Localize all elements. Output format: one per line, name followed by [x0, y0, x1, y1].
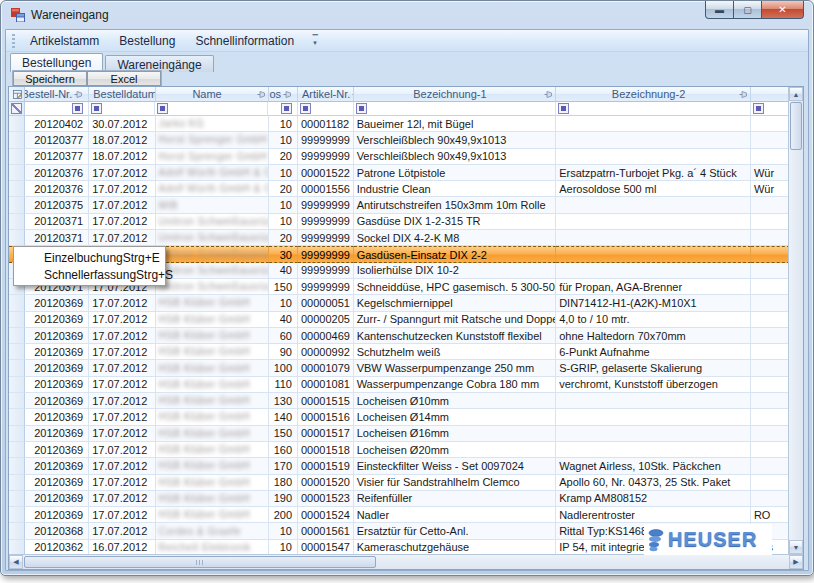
cell-bez1[interactable]: Kegelschmiernippel — [354, 295, 557, 311]
cell-extra[interactable] — [751, 491, 788, 507]
cell-bez1[interactable]: Reifenfüller — [354, 491, 557, 507]
cell-bez1[interactable]: Gasdüse DIX 1-2-315 TR — [354, 214, 557, 230]
column-header-name[interactable]: Name — [156, 87, 269, 102]
cell-bestell_nr[interactable]: 20120402 — [25, 116, 89, 132]
table-row[interactable]: 2012037117.07.2012Unitron Schweißausrüst… — [9, 214, 788, 230]
title-bar[interactable]: Wareneingang ▬ ▢ ✕ — [1, 1, 813, 29]
cell-extra[interactable] — [751, 377, 788, 393]
cell-name[interactable]: HSB Klüber GmbH — [156, 507, 269, 523]
cell-artikel_nr[interactable]: 00001517 — [298, 426, 354, 442]
cell-pos[interactable]: 10 — [269, 540, 298, 554]
cell-artikel_nr[interactable]: 99999999 — [298, 230, 354, 246]
cell-bez2[interactable] — [556, 116, 751, 132]
cell-bez1[interactable]: Baueimer 12l, mit Bügel — [354, 116, 557, 132]
filter-icon[interactable] — [300, 103, 311, 114]
excel-button[interactable]: Excel — [87, 71, 161, 86]
cell-pos[interactable]: 110 — [269, 377, 298, 393]
filter-icon[interactable] — [753, 103, 764, 114]
table-row[interactable]: 2012040230.07.2012Jarko KG1000001182Baue… — [9, 116, 788, 132]
cell-pos[interactable]: 10 — [269, 295, 298, 311]
filter-artikel-nr[interactable] — [298, 102, 354, 116]
filter-bezeichnung-2[interactable] — [556, 102, 751, 116]
cell-extra[interactable] — [751, 458, 788, 474]
cell-datum[interactable]: 17.07.2012 — [89, 475, 155, 491]
cell-pos[interactable]: 10 — [269, 165, 298, 181]
cell-artikel_nr[interactable]: 00001523 — [298, 491, 354, 507]
row-indicator[interactable] — [9, 377, 25, 393]
cell-bestell_nr[interactable]: 20120376 — [25, 165, 89, 181]
menu-bestellung[interactable]: Bestellung — [109, 31, 185, 51]
cell-pos[interactable]: 130 — [269, 393, 298, 409]
cell-bestell_nr[interactable]: 20120377 — [25, 149, 89, 165]
table-row[interactable]: 2012036917.07.2012HSB Klüber GmbH2000000… — [9, 507, 788, 523]
table-row[interactable]: 2012036917.07.2012HSB Klüber GmbH1100000… — [9, 377, 788, 393]
cell-bestell_nr[interactable]: 20120369 — [25, 507, 89, 523]
cell-bez2[interactable]: 6-Punkt Aufnahme — [556, 344, 751, 360]
grid-corner-header[interactable] — [9, 87, 25, 102]
cell-extra[interactable]: Wür — [751, 165, 788, 181]
row-indicator[interactable] — [9, 214, 25, 230]
cell-extra[interactable] — [751, 344, 788, 360]
cell-datum[interactable]: 17.07.2012 — [89, 214, 155, 230]
cell-datum[interactable]: 17.07.2012 — [89, 393, 155, 409]
cell-bestell_nr[interactable]: 20120371 — [25, 230, 89, 246]
cell-datum[interactable]: 17.07.2012 — [89, 442, 155, 458]
cell-extra[interactable] — [751, 393, 788, 409]
cell-bez2[interactable]: ohne Haltedorn 70x70mm — [556, 328, 751, 344]
cell-bestell_nr[interactable]: 20120371 — [25, 214, 89, 230]
cell-name[interactable]: HSB Klüber GmbH — [156, 328, 269, 344]
cell-name[interactable]: HSB Klüber GmbH — [156, 295, 269, 311]
cell-pos[interactable]: 160 — [269, 442, 298, 458]
cell-datum[interactable]: 30.07.2012 — [89, 116, 155, 132]
cell-extra[interactable] — [751, 149, 788, 165]
cell-datum[interactable]: 17.07.2012 — [89, 409, 155, 425]
cell-bez2[interactable]: S-GRIP, gelaserte Skalierung — [556, 360, 751, 376]
cell-datum[interactable]: 18.07.2012 — [89, 149, 155, 165]
scroll-left-icon[interactable]: ◀ — [9, 555, 23, 569]
row-indicator[interactable] — [9, 132, 25, 148]
row-indicator[interactable] — [9, 312, 25, 328]
cell-artikel_nr[interactable]: 00001519 — [298, 458, 354, 474]
table-row[interactable]: 2012036917.07.2012HSB Klüber GmbH6000000… — [9, 328, 788, 344]
cell-bez2[interactable]: Nadlerentroster — [556, 507, 751, 523]
cell-name[interactable]: Reichelt Elektronik — [156, 540, 269, 554]
cell-datum[interactable]: 17.07.2012 — [89, 197, 155, 213]
cell-bez1[interactable]: Locheisen Ø14mm — [354, 409, 557, 425]
row-indicator[interactable] — [9, 393, 25, 409]
cell-extra[interactable]: Wür — [751, 181, 788, 197]
cell-bez2[interactable] — [556, 246, 751, 262]
row-indicator[interactable] — [9, 523, 25, 539]
cell-extra[interactable] — [751, 360, 788, 376]
cell-name[interactable]: MIB — [156, 197, 269, 213]
row-indicator[interactable] — [9, 475, 25, 491]
cell-bez1[interactable]: Isolierhülse DIX 10-2 — [354, 263, 557, 279]
filter-icon[interactable] — [356, 103, 367, 114]
column-header-bestelldatum[interactable]: Bestelldatum — [89, 87, 155, 102]
menu-artikelstamm[interactable]: Artikelstamm — [20, 31, 109, 51]
cell-bestell_nr[interactable]: 20120369 — [25, 475, 89, 491]
cell-bez1[interactable]: Industrie Clean — [354, 181, 557, 197]
cell-datum[interactable]: 17.07.2012 — [89, 377, 155, 393]
cell-name[interactable]: Horst Sprenger GmbH — [156, 132, 269, 148]
cell-pos[interactable]: 40 — [269, 263, 298, 279]
cell-artikel_nr[interactable]: 00001524 — [298, 507, 354, 523]
cell-bez2[interactable] — [556, 263, 751, 279]
cell-artikel_nr[interactable]: 99999999 — [298, 246, 354, 262]
cell-name[interactable]: Cordes & Graefe — [156, 523, 269, 539]
cell-bez1[interactable]: Verschleißblech 90x49,9x1013 — [354, 149, 557, 165]
cell-bez2[interactable]: 4,0 to / 10 mtr. — [556, 312, 751, 328]
cell-name[interactable]: HSB Klüber GmbH — [156, 458, 269, 474]
cell-bez1[interactable]: Kantenschutzecken Kunststoff flexibel — [354, 328, 557, 344]
cell-bestell_nr[interactable]: 20120369 — [25, 328, 89, 344]
table-row[interactable]: 2012036917.07.2012HSB Klüber GmbH1000000… — [9, 295, 788, 311]
cell-name[interactable]: HSB Klüber GmbH — [156, 426, 269, 442]
cell-name[interactable]: HSB Klüber GmbH — [156, 491, 269, 507]
cell-artikel_nr[interactable]: 00001522 — [298, 165, 354, 181]
cell-bestell_nr[interactable]: 20120369 — [25, 344, 89, 360]
cell-bez1[interactable]: Nadler — [354, 507, 557, 523]
table-row[interactable]: 2012036917.07.2012HSB Klüber GmbH1700000… — [9, 458, 788, 474]
horizontal-scroll-thumb[interactable] — [24, 556, 376, 568]
table-row[interactable]: 2012036917.07.2012HSB Klüber GmbH4000000… — [9, 312, 788, 328]
close-button[interactable]: ✕ — [761, 1, 804, 19]
row-indicator[interactable] — [9, 540, 25, 554]
